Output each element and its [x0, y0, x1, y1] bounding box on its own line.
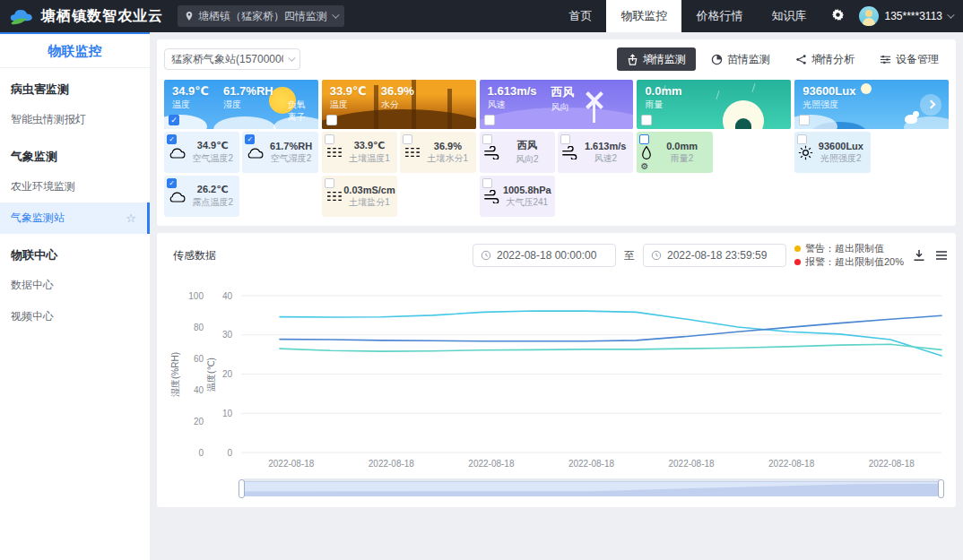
sensor-label: 土壤盐分1: [343, 196, 395, 209]
sidebar: 物联监控 病虫害监测智能虫情测报灯气象监测农业环境监测气象监测站☆物联中心数据中…: [0, 32, 150, 560]
nav-item-首页[interactable]: 首页: [554, 0, 606, 32]
svg-text:60: 60: [194, 354, 204, 364]
toolbar-button-墒情分析[interactable]: 墒情分析: [785, 47, 864, 71]
seedling-monitor-icon: [711, 54, 723, 65]
cloud-icon: [246, 146, 265, 159]
chart-datazoom-slider[interactable]: [241, 478, 941, 498]
cloud-icon: [168, 190, 187, 203]
sensor-tile-风向2[interactable]: 西风风向2: [480, 132, 555, 173]
gear-icon[interactable]: ⚙: [640, 161, 648, 171]
sensor-tile-土壤水分1[interactable]: 36.9%土壤水分1: [400, 132, 475, 173]
toolbar-button-label: 墒情监测: [643, 52, 686, 67]
sensor-sections: ✓34.9℃空气温度2✓61.7%RH空气湿度2✓26.2℃露点温度233.9℃…: [164, 132, 949, 217]
navbar-menu: 首页物联监控价格行情知识库: [554, 0, 820, 32]
checkbox[interactable]: [325, 178, 334, 188]
checkbox[interactable]: ✓: [167, 178, 177, 188]
wind-icon: [483, 146, 501, 159]
sensor-tile-光照强度2[interactable]: 93600Lux光照强度2: [794, 132, 870, 173]
clock-icon: [481, 250, 491, 261]
wind-icon: [483, 190, 501, 203]
sensor-value: 36.9%: [421, 141, 473, 151]
sensor-label: 空气湿度2: [265, 152, 316, 165]
soil-monitor-icon: [627, 54, 638, 65]
toolbar-button-苗情监测[interactable]: 苗情监测: [701, 47, 780, 71]
device-select[interactable]: 猛家桥气象站(1570000015685: [164, 48, 300, 70]
user-chevron-down-icon[interactable]: [947, 11, 954, 18]
list-menu-icon[interactable]: [934, 248, 949, 263]
checkbox[interactable]: ✓: [245, 134, 255, 144]
sensor-value: 33.9℃: [343, 140, 395, 151]
chevron-down-icon: [288, 54, 295, 61]
checkbox[interactable]: [484, 115, 495, 125]
toolbar-button-墒情监测[interactable]: 墒情监测: [617, 47, 696, 71]
star-icon[interactable]: ☆: [126, 211, 136, 225]
checkbox[interactable]: [325, 134, 334, 144]
sensor-chart-panel: 传感数据 至: [157, 233, 956, 507]
sensor-value: 0.03mS/cm: [343, 185, 395, 195]
device-select-value: 猛家桥气象站(1570000015685: [171, 52, 283, 67]
card-metric: 1.613m/s风速: [488, 84, 537, 114]
download-icon[interactable]: [912, 248, 926, 263]
sensor-value: 0.0mm: [653, 141, 710, 151]
checkbox[interactable]: [482, 134, 492, 144]
sidebar-item-label: 视频中心: [11, 309, 54, 324]
soil-icon: [403, 146, 421, 159]
sensor-tile-空气温度2[interactable]: ✓34.9℃空气温度2: [164, 132, 239, 173]
toolbar-button-设备管理[interactable]: 设备管理: [870, 47, 949, 71]
toolbar-button-label: 设备管理: [896, 52, 939, 67]
sensor-tile-大气压241[interactable]: 1005.8hPa大气压241: [480, 176, 555, 217]
sensor-label: 露点温度2: [187, 196, 238, 209]
raindrop-icon: [640, 145, 653, 160]
checkbox[interactable]: ✓: [167, 134, 177, 144]
location-select[interactable]: 塘栖镇（猛家桥）四情监测: [178, 5, 344, 27]
app-title: 塘栖镇数智农业云: [41, 7, 163, 26]
sensor-tile-露点温度2[interactable]: ✓26.2℃露点温度2: [164, 176, 239, 217]
checkbox[interactable]: ✓: [169, 115, 179, 125]
date-from-input[interactable]: [497, 249, 608, 262]
sensor-tile-雨量2[interactable]: 0.0mm雨量2⚙: [637, 132, 712, 173]
svg-text:20: 20: [194, 417, 204, 426]
datazoom-right-handle[interactable]: [938, 479, 944, 498]
sensor-tile-土壤盐分1[interactable]: 0.03mS/cm土壤盐分1: [322, 176, 397, 217]
svg-text:2022-08-18: 2022-08-18: [369, 459, 415, 469]
alarm-legend-label: 报警：超出限制值20%: [805, 255, 904, 269]
sensor-tile-土壤温度1[interactable]: 33.9℃土壤温度1: [322, 132, 397, 173]
datazoom-left-handle[interactable]: [239, 479, 245, 498]
sidebar-item-视频中心[interactable]: 视频中心: [0, 301, 150, 332]
date-from-field[interactable]: [473, 244, 616, 267]
checkbox[interactable]: [799, 115, 810, 125]
weather-card-wind: 1.613m/s风速西风风向: [480, 80, 634, 129]
svg-text:2022-08-18: 2022-08-18: [768, 459, 815, 469]
card-metric: 西风风向: [551, 84, 575, 114]
sidebar-item-智能虫情测报灯[interactable]: 智能虫情测报灯: [0, 104, 150, 135]
svg-text:2022-08-18: 2022-08-18: [468, 459, 515, 469]
sidebar-item-气象监测站[interactable]: 气象监测站☆: [0, 202, 150, 234]
user-avatar[interactable]: [859, 6, 879, 26]
sensor-tile-空气湿度2[interactable]: ✓61.7%RH空气湿度2: [242, 132, 317, 173]
checkbox[interactable]: [639, 134, 649, 144]
sidebar-group-病虫害监测: 病虫害监测: [0, 68, 150, 104]
checkbox[interactable]: [482, 178, 492, 188]
svg-text:湿度(%RH): 湿度(%RH): [170, 352, 180, 397]
nav-item-物联监控[interactable]: 物联监控: [606, 0, 681, 32]
card-metric: 33.9℃温度: [330, 84, 367, 111]
settings-gear-icon[interactable]: [820, 8, 855, 24]
sensor-value: 西风: [501, 139, 553, 152]
sidebar-item-数据中心[interactable]: 数据中心: [0, 270, 150, 301]
checkbox[interactable]: [403, 134, 412, 144]
date-to-input[interactable]: [667, 249, 778, 262]
sensor-tile-风速2[interactable]: 1.613m/s风速2: [558, 132, 633, 173]
date-to-field[interactable]: [643, 244, 786, 267]
checkbox[interactable]: [641, 115, 652, 125]
checkbox[interactable]: [326, 115, 337, 125]
user-phone[interactable]: 135****3113: [884, 10, 942, 22]
checkbox[interactable]: [560, 134, 570, 144]
datazoom-silhouette: [242, 482, 941, 495]
datazoom-selection[interactable]: [241, 481, 941, 496]
nav-item-知识库[interactable]: 知识库: [757, 0, 820, 32]
carousel-next-button[interactable]: [920, 94, 941, 116]
sidebar-item-农业环境监测[interactable]: 农业环境监测: [0, 171, 150, 202]
svg-text:100: 100: [188, 291, 204, 301]
nav-item-价格行情[interactable]: 价格行情: [681, 0, 757, 32]
checkbox[interactable]: [797, 134, 807, 144]
